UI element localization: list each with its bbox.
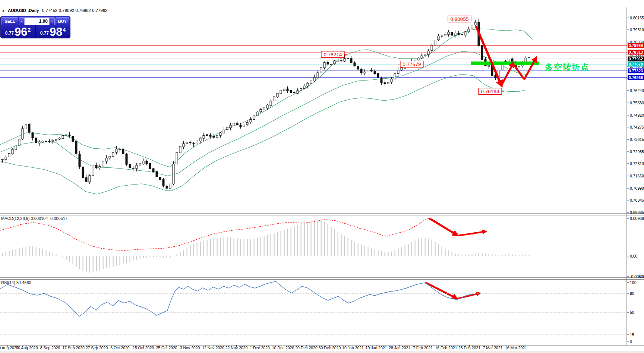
- sell-price-big: 96: [15, 27, 27, 37]
- date-tick: 20 Dec 2020: [295, 346, 318, 350]
- date-tick: 16 Mar 2021: [505, 346, 527, 350]
- buy-price-big: 98: [50, 27, 62, 37]
- chevron-down-icon: ▼: [20, 20, 23, 23]
- svg-text:0.78669: 0.78669: [629, 43, 643, 48]
- svg-text:0.76966: 0.76966: [629, 75, 643, 80]
- price-annotation-0.80055[interactable]: 0.80055: [448, 16, 474, 22]
- volume-input[interactable]: [25, 18, 49, 25]
- rsi-tick: 0: [630, 340, 632, 344]
- svg-text:0.77679: 0.77679: [629, 62, 643, 66]
- svg-text:0.77323: 0.77323: [629, 69, 643, 73]
- date-tick: 10 Dec 2020: [272, 346, 294, 350]
- macd-tick: 0.009081: [630, 216, 644, 221]
- one-click-trading-widget: SELL ▼ ▲ BUY 0.77 96 2 0.77 98 4: [1, 16, 70, 38]
- price-tick: 0.75580: [630, 101, 644, 105]
- price-annotation-0.77679[interactable]: 0.77679: [398, 61, 423, 67]
- date-tick: 25 Oct 2020: [156, 346, 177, 350]
- sell-price[interactable]: 0.77 96 2: [1, 25, 35, 38]
- date-tick: 7 Mar 2021: [483, 346, 502, 350]
- svg-text:0.76194: 0.76194: [481, 89, 499, 94]
- date-tick: 6 Oct 2020: [110, 346, 130, 350]
- date-tick: 17 Sep 2020: [62, 346, 85, 350]
- date-tick: 15 Oct 2020: [133, 346, 154, 350]
- buy-price-pip: 4: [63, 27, 66, 33]
- date-tick: 7 Feb 2021: [413, 346, 433, 350]
- price-tick: 0.69685: [630, 210, 644, 215]
- price-badge-0.77679: 0.77679: [628, 62, 644, 67]
- rsi-tick: 80: [630, 291, 634, 296]
- collapse-trade-panel-icon[interactable]: ▲: [2, 9, 5, 12]
- symbol-bar: ▲ AUDUSD-,Daily 0.77452 0.78092 0.76982 …: [2, 8, 108, 13]
- macd-label: MACD(12,26,9) 0.000104 -0.000517: [1, 216, 67, 221]
- date-tick: 30 Aug 2020: [16, 346, 38, 350]
- date-tick: 1 Dec 2020: [250, 346, 270, 350]
- macd-tick: -0.005306: [630, 274, 644, 279]
- price-tick: 0.76240: [630, 88, 644, 93]
- svg-text:0.78313: 0.78313: [629, 50, 643, 54]
- price-annotation-0.76194[interactable]: 0.76194: [479, 88, 504, 95]
- price-tick: 0.72310: [630, 161, 644, 166]
- sell-price-prefix: 0.77: [5, 31, 14, 36]
- price-badge-0.77323: 0.77323: [628, 69, 644, 73]
- volume-decrease-button[interactable]: ▼: [19, 17, 25, 25]
- turning-point-zone[interactable]: [471, 62, 539, 65]
- date-tick: 8 Sep 2020: [40, 346, 60, 350]
- price-tick: 0.70345: [630, 198, 644, 202]
- price-tick: 0.74920: [630, 113, 644, 117]
- date-tick: 19 Jan 2021: [366, 346, 387, 350]
- volume-increase-button[interactable]: ▲: [49, 17, 55, 25]
- macd-tick: 0.00: [630, 254, 638, 258]
- buy-price[interactable]: 0.77 98 4: [36, 25, 70, 38]
- price-tick: 0.72955: [630, 149, 644, 154]
- svg-text:0.77962: 0.77962: [629, 57, 643, 61]
- turning-point-label[interactable]: 多空转折点: [545, 63, 590, 72]
- date-tick: 22 Nov 2020: [225, 346, 248, 350]
- date-tick: 28 Jan 2021: [389, 346, 410, 350]
- symbol-ohlc: 0.77452 0.78092 0.76982 0.77962: [42, 8, 108, 13]
- mt4-window: 多空转折点0.800550.782140.776790.761940.80155…: [0, 0, 644, 353]
- svg-text:0.77679: 0.77679: [403, 62, 421, 67]
- date-tick: 25 Feb 2021: [458, 346, 480, 350]
- date-tick: 27 Sep 2020: [86, 346, 108, 350]
- date-tick: 10 Jan 2021: [342, 346, 364, 350]
- chevron-up-icon: ▲: [51, 20, 53, 23]
- date-tick: 12 Nov 2020: [202, 346, 224, 350]
- price-tick: 0.80155: [630, 16, 644, 20]
- price-badge-0.76966: 0.76966: [628, 75, 644, 80]
- rsi-tick: 15: [630, 332, 634, 337]
- price-tick: 0.71650: [630, 174, 644, 178]
- sell-button[interactable]: SELL: [1, 17, 18, 25]
- svg-text:0.78214: 0.78214: [324, 52, 342, 57]
- symbol-title: AUDUSD-,Daily: [8, 8, 39, 13]
- price-badge-0.78669: 0.78669: [628, 43, 644, 48]
- date-tick: 3 Nov 2020: [180, 346, 200, 350]
- chart-area[interactable]: 多空转折点0.800550.782140.776790.761940.80155…: [0, 0, 644, 353]
- rsi-tick: 50: [630, 310, 634, 315]
- rsi-label: RSI(14) 54.4560: [1, 280, 31, 285]
- rsi-tick: 100: [630, 280, 637, 285]
- volume-stepper: ▼ ▲: [19, 18, 55, 25]
- date-tick: 16 Feb 2021: [435, 346, 457, 350]
- price-annotation-0.78214[interactable]: 0.78214: [321, 51, 347, 58]
- sell-price-pip: 2: [28, 27, 31, 33]
- price-tick: 0.74275: [630, 125, 644, 129]
- svg-text:0.80055: 0.80055: [451, 16, 469, 22]
- price-badge-0.78313: 0.78313: [628, 50, 644, 55]
- date-tick: 30 Dec 2020: [319, 346, 341, 350]
- status-strip: [0, 351, 644, 353]
- price-tick: 0.73615: [630, 137, 644, 142]
- buy-button[interactable]: BUY: [56, 17, 69, 25]
- buy-price-prefix: 0.77: [40, 31, 49, 36]
- price-badge-0.77962: 0.77962: [628, 57, 644, 62]
- price-tick: 0.70990: [630, 186, 644, 190]
- price-tick: 0.79510: [630, 28, 644, 32]
